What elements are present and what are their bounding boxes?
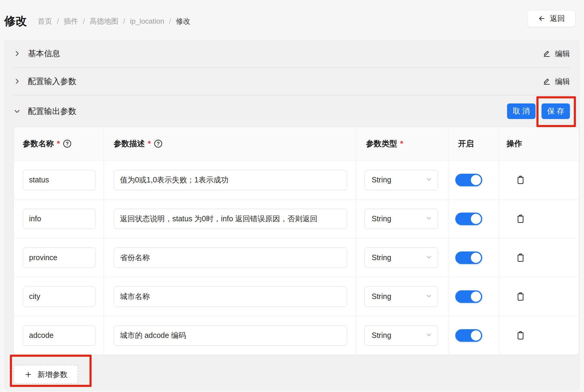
param-desc-cell [104, 316, 357, 355]
chevron-down-icon [425, 292, 433, 301]
param-enabled-cell [448, 238, 499, 277]
breadcrumb-item[interactable]: 高德地图 [90, 16, 118, 26]
param-name-input[interactable] [23, 325, 96, 346]
header-param-desc: 参数描述 * ? [104, 127, 357, 160]
delete-row-button[interactable] [515, 175, 526, 185]
header-enabled: 开启 [448, 127, 499, 160]
param-enabled-cell [448, 316, 499, 355]
required-asterisk: * [400, 139, 403, 148]
chevron-down-icon [425, 254, 433, 262]
add-param-button[interactable]: 新增参数 [13, 365, 78, 384]
table-body: String String [14, 160, 579, 355]
param-type-value: String [372, 176, 391, 184]
param-type-value: String [372, 331, 391, 340]
enabled-toggle[interactable] [455, 290, 482, 303]
param-actions-cell [499, 199, 579, 238]
trash-icon [515, 214, 526, 224]
toggle-knob [471, 253, 481, 263]
param-type-select[interactable]: String [364, 325, 438, 346]
chevron-right-icon [13, 50, 21, 57]
param-desc-input[interactable] [114, 325, 347, 346]
help-circle-icon[interactable]: ? [63, 139, 72, 148]
param-name-input[interactable] [23, 209, 96, 229]
param-name-cell [14, 238, 104, 277]
breadcrumb-separator: / [57, 17, 59, 25]
section-output-params[interactable]: 配置输出参数 取 消 保 存 [13, 95, 570, 127]
table-row: String [14, 316, 579, 355]
delete-row-button[interactable] [515, 214, 526, 224]
header-param-desc-label: 参数描述 [114, 138, 145, 149]
table-row: String [14, 277, 579, 316]
section-input-params-title: 配置输入参数 [28, 76, 76, 87]
param-actions-cell [499, 277, 579, 316]
param-type-select[interactable]: String [364, 286, 438, 307]
table-row: String [14, 238, 579, 277]
section-input-params[interactable]: 配置输入参数 编辑 [13, 68, 570, 95]
param-desc-input[interactable] [114, 170, 347, 190]
param-desc-input[interactable] [114, 286, 347, 307]
input-params-edit-label: 编辑 [555, 77, 570, 86]
param-name-cell [14, 316, 104, 355]
chevron-down-icon [425, 176, 433, 184]
delete-row-button[interactable] [515, 330, 526, 341]
save-button[interactable]: 保 存 [541, 103, 570, 119]
chevron-down-icon [425, 215, 433, 223]
page-header: 修改 首页/插件/高德地图/ip_location/修改 返回 [0, 0, 584, 40]
param-enabled-cell [448, 199, 499, 238]
param-name-input[interactable] [23, 248, 96, 268]
param-type-select[interactable]: String [364, 170, 438, 190]
param-desc-cell [104, 161, 357, 199]
table-row: String [14, 160, 579, 199]
enabled-toggle[interactable] [455, 329, 482, 342]
param-name-input[interactable] [23, 170, 96, 190]
param-enabled-cell [448, 161, 499, 199]
param-actions-cell [499, 238, 579, 277]
breadcrumb-item[interactable]: 插件 [64, 16, 78, 26]
param-desc-cell [104, 277, 357, 316]
chevron-right-icon [13, 78, 21, 85]
input-params-edit-button[interactable]: 编辑 [543, 77, 570, 86]
param-desc-cell [104, 238, 357, 277]
svg-text:?: ? [157, 141, 160, 146]
table-header-row: 参数名称 * ? 参数描述 * ? 参数类型 [14, 127, 579, 160]
delete-row-button[interactable] [515, 292, 526, 302]
param-type-value: String [372, 253, 391, 262]
param-type-select[interactable]: String [364, 209, 438, 229]
cancel-button[interactable]: 取 消 [507, 103, 536, 119]
param-type-cell: String [357, 277, 449, 316]
toggle-knob [471, 292, 481, 302]
basic-info-edit-button[interactable]: 编辑 [543, 49, 570, 59]
breadcrumb-separator: / [83, 17, 85, 25]
param-type-cell: String [357, 316, 449, 355]
table-row: String [14, 199, 579, 238]
trash-icon [515, 175, 526, 185]
pencil-icon [543, 77, 551, 86]
param-actions-cell [499, 161, 579, 199]
section-basic-info-title: 基本信息 [28, 48, 60, 59]
svg-text:?: ? [66, 141, 69, 146]
section-basic-info[interactable]: 基本信息 编辑 [13, 40, 570, 68]
enabled-toggle[interactable] [455, 174, 482, 186]
breadcrumb-item[interactable]: ip_location [130, 17, 164, 25]
arrow-left-icon [538, 15, 546, 22]
help-circle-icon[interactable]: ? [154, 139, 163, 148]
param-actions-cell [499, 316, 579, 355]
param-type-select[interactable]: String [364, 248, 438, 268]
enabled-toggle[interactable] [455, 251, 482, 264]
trash-icon [515, 253, 526, 263]
param-name-cell [14, 199, 104, 238]
param-desc-input[interactable] [114, 248, 347, 268]
param-desc-input[interactable] [114, 209, 347, 229]
breadcrumb-item[interactable]: 首页 [38, 16, 52, 26]
delete-row-button[interactable] [515, 253, 526, 263]
back-button[interactable]: 返回 [527, 10, 576, 27]
breadcrumb: 首页/插件/高德地图/ip_location/修改 [38, 16, 190, 26]
param-name-input[interactable] [23, 286, 96, 307]
header-actions: 操作 [499, 127, 579, 160]
header-actions-label: 操作 [506, 138, 522, 149]
output-params-table: 参数名称 * ? 参数描述 * ? 参数类型 [13, 127, 579, 355]
add-param-label: 新增参数 [38, 370, 68, 379]
header-enabled-label: 开启 [458, 138, 474, 149]
chevron-down-icon [13, 108, 21, 115]
enabled-toggle[interactable] [455, 213, 482, 225]
